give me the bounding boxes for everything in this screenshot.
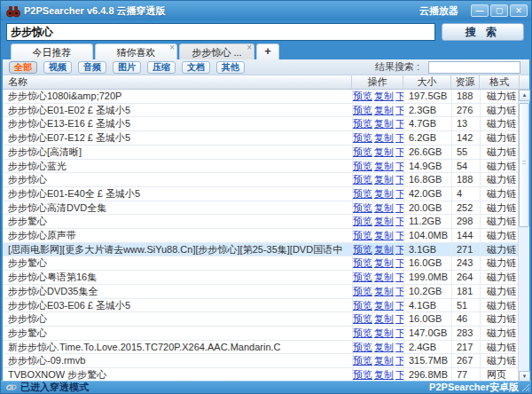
table-row[interactable]: 步步驚心预览复制下载147.0GB283磁力链 (3, 327, 520, 341)
table-row[interactable]: 步步惊心-09.rmvb预览复制下载315.7MB267磁力链 (3, 354, 520, 368)
table-row[interactable]: 步步惊心E01-E40全 £ 圣城小5预览复制下载42.0GB4磁力链 (3, 187, 520, 201)
copy-link[interactable]: 复制 (374, 355, 394, 366)
copy-link[interactable]: 复制 (374, 257, 394, 268)
filter-button-7[interactable]: 其他 (216, 61, 245, 74)
download-link[interactable]: 下载 (395, 118, 403, 129)
preview-link[interactable]: 预览 (353, 91, 372, 101)
download-link[interactable]: 下载 (395, 327, 403, 338)
copy-link[interactable]: 复制 (374, 146, 394, 157)
preview-link[interactable]: 预览 (353, 313, 372, 324)
preview-link[interactable]: 预览 (353, 161, 372, 171)
resize-grip[interactable] (521, 383, 530, 392)
download-link[interactable]: 下载 (395, 286, 403, 296)
preview-link[interactable]: 预览 (353, 202, 372, 213)
download-link[interactable]: 下载 (395, 369, 403, 380)
table-row[interactable]: 步步惊心高清DVD全集预览复制下载20.0GB252磁力链 (3, 201, 520, 216)
vertical-scrollbar[interactable]: ▲ ▼ (518, 90, 529, 382)
download-link[interactable]: 下载 (395, 244, 403, 255)
download-link[interactable]: 下载 (395, 257, 403, 268)
preview-link[interactable]: 预览 (353, 272, 372, 282)
tab-3[interactable]: 步步惊心 ...× (179, 43, 254, 59)
download-link[interactable]: 下载 (395, 342, 403, 352)
preview-link[interactable]: 预览 (353, 355, 372, 366)
download-link[interactable]: 下载 (395, 146, 403, 157)
table-row[interactable]: 步步惊心E13-E16 £ 圣城小5预览复制下载4.7GB13磁力链 (3, 117, 520, 131)
table-row[interactable]: 步步惊心原声带预览复制下载104.0MB144磁力链 (3, 229, 520, 243)
preview-link[interactable]: 预览 (353, 327, 372, 338)
preview-link[interactable]: 预览 (353, 230, 372, 240)
tab-1[interactable]: 今日推荐 (11, 43, 93, 59)
copy-link[interactable]: 复制 (374, 161, 394, 171)
cloud-player-button[interactable]: 云播放器 (419, 4, 458, 18)
download-link[interactable]: 下载 (395, 105, 403, 115)
scrollbar-thumb[interactable] (519, 103, 529, 227)
result-search-input[interactable] (428, 61, 520, 74)
maximize-button[interactable]: ▢ (490, 4, 508, 17)
download-link[interactable]: 下载 (395, 161, 403, 171)
copy-link[interactable]: 复制 (374, 105, 394, 115)
download-link[interactable]: 下载 (395, 300, 403, 311)
tab-close-icon[interactable]: × (246, 43, 252, 52)
column-header-name[interactable]: 名称 (3, 75, 352, 89)
copy-link[interactable]: 复制 (374, 313, 394, 324)
table-row[interactable]: 新步步惊心.Time.To.Love.2015.TC720P.X264.AAC.… (3, 341, 520, 355)
scroll-up-icon[interactable]: ▲ (519, 90, 530, 101)
copy-link[interactable]: 复制 (374, 327, 394, 338)
filter-button-1[interactable]: 全部 (9, 61, 37, 74)
download-link[interactable]: 下载 (395, 272, 403, 282)
preview-link[interactable]: 预览 (353, 174, 372, 185)
column-header-format[interactable]: 格式 (480, 75, 520, 89)
tab-2[interactable]: 猜你喜欢× (95, 43, 177, 59)
preview-link[interactable]: 预览 (353, 286, 372, 296)
copy-link[interactable]: 复制 (374, 286, 394, 296)
preview-link[interactable]: 预览 (353, 216, 372, 226)
table-row[interactable]: 步步驚心预览复制下载11.2GB298磁力链 (3, 215, 520, 229)
minimize-button[interactable]: — (471, 4, 489, 17)
filter-button-2[interactable]: 视频 (43, 61, 72, 74)
download-link[interactable]: 下载 (395, 188, 403, 199)
search-input[interactable] (6, 23, 435, 41)
download-link[interactable]: 下载 (395, 355, 403, 366)
column-header-resources[interactable]: 资源 (451, 75, 480, 89)
copy-link[interactable]: 复制 (374, 216, 394, 226)
copy-link[interactable]: 复制 (374, 91, 394, 101)
table-row[interactable]: 步步惊心E01-E02 £ 圣城小5预览复制下载2.3GB276磁力链 (3, 104, 520, 118)
copy-link[interactable]: 复制 (374, 202, 394, 213)
preview-link[interactable]: 预览 (353, 146, 372, 157)
table-row[interactable]: 步步惊心1080i&amp;720P预览复制下载197.5GB188磁力链 (3, 90, 520, 104)
table-row[interactable]: 步步驚心预览复制下载16.0GB243磁力链 (3, 256, 520, 271)
preview-link[interactable]: 预览 (353, 342, 372, 352)
column-header-size[interactable]: 大小 (403, 75, 451, 89)
table-row[interactable]: 步步惊心[高清晰]预览复制下载26.6GB55磁力链 (3, 146, 520, 160)
download-link[interactable]: 下载 (395, 313, 403, 324)
copy-link[interactable]: 复制 (374, 174, 394, 185)
table-row[interactable]: [思雨电影网][更多大片请去www.SiYu88.Cn][步步惊心][第25-3… (3, 243, 520, 257)
filter-button-4[interactable]: 图片 (113, 61, 141, 74)
tab-close-icon[interactable]: × (169, 43, 175, 52)
search-button[interactable]: 搜 索 (442, 23, 524, 41)
filter-button-5[interactable]: 压缩 (147, 61, 176, 74)
copy-link[interactable]: 复制 (374, 230, 394, 240)
preview-link[interactable]: 预览 (353, 118, 372, 129)
download-link[interactable]: 下载 (395, 202, 403, 213)
preview-link[interactable]: 预览 (353, 257, 372, 268)
column-header-action[interactable]: 操作 (352, 75, 403, 89)
preview-link[interactable]: 预览 (353, 105, 372, 115)
table-row[interactable]: 步步惊心粤语第16集预览复制下载199.0MB264磁力链 (3, 271, 520, 285)
filter-button-3[interactable]: 音频 (78, 61, 106, 74)
preview-link[interactable]: 预览 (353, 188, 372, 199)
copy-link[interactable]: 复制 (374, 132, 394, 143)
table-row[interactable]: 步步惊心E03-E06 £ 圣城小5预览复制下载4.1GB51磁力链 (3, 299, 520, 313)
copy-link[interactable]: 复制 (374, 188, 394, 199)
android-version-link[interactable]: P2PSearcher安卓版 (429, 381, 531, 394)
download-link[interactable]: 下载 (395, 132, 403, 143)
new-tab-button[interactable]: + (256, 43, 279, 59)
preview-link[interactable]: 预览 (353, 369, 372, 380)
filter-button-6[interactable]: 文档 (182, 61, 210, 74)
table-row[interactable]: 步步惊心E07-E12 £ 圣城小5预览复制下载6.2GB142磁力链 (3, 131, 520, 146)
download-link[interactable]: 下载 (395, 91, 403, 101)
copy-link[interactable]: 复制 (374, 342, 394, 352)
download-link[interactable]: 下载 (395, 174, 403, 185)
download-link[interactable]: 下载 (395, 216, 403, 226)
table-row[interactable]: 步步惊心蓝光预览复制下载14.9GB54磁力链 (3, 160, 520, 174)
